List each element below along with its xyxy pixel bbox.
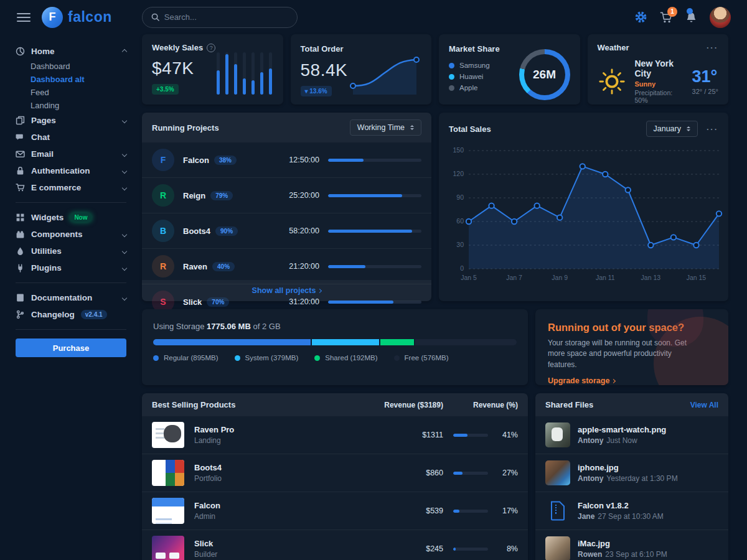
total-order-sparkline [347,51,423,96]
show-all-projects-link[interactable]: Show all projects [142,280,431,301]
product-name: Raven Pro [194,425,234,434]
project-row[interactable]: R Reign 79% 25:20:00 [142,178,431,213]
product-name: Falcon [194,501,220,510]
project-pct-badge: 40% [212,262,235,271]
running-projects-card: Running Projects Working Time F Falcon 3… [142,113,431,301]
project-name: Falcon [183,156,209,165]
sidebar-item-label: Documentation [31,293,92,302]
month-select[interactable]: January [646,121,698,137]
file-user: Antony [578,474,603,483]
product-row[interactable]: FalconAdmin $539 17% [142,492,528,530]
sidebar-item-label: E commerce [31,183,81,192]
sidebar-item-pages[interactable]: Pages [16,112,126,129]
book-icon [16,293,25,302]
link-label: Upgrade storage [548,376,609,385]
sidebar-item-chat[interactable]: Chat [16,129,126,146]
brand-logo[interactable]: F falcon [42,7,112,28]
file-time: 23 Sep at 6:10 PM [605,550,667,559]
file-name: iMac.jpg [578,539,667,548]
chevron-up-icon [122,49,127,54]
file-user: Rowen [578,550,602,559]
sidebar-item-plugins[interactable]: Plugins [16,259,126,276]
best-selling-card: Best Selling Products Revenue ($3189) Re… [142,393,528,560]
falcon-logo-icon: F [42,7,63,28]
sidebar-item-label: Email [31,149,54,159]
storage-usage-text: Using Storage 1775.06 MB of 2 GB [153,322,517,331]
working-time-select[interactable]: Working Time [350,119,421,136]
sidebar-item-utilities[interactable]: Utilities [16,243,126,259]
cart-icon[interactable]: 1 [660,11,673,24]
search-box[interactable] [142,7,298,28]
total-order-badge: ▾ 13.6% [301,86,332,96]
total-sales-card: Total Sales January 0306090120150Jan 5Ja… [439,113,728,301]
svg-text:Jan 9: Jan 9 [552,274,568,281]
search-input[interactable] [164,12,276,22]
project-avatar: F [152,149,174,171]
sidebar-item-feed[interactable]: Feed [16,86,126,99]
sidebar-item-ecommerce[interactable]: E commerce [16,179,126,196]
sidebar-item-landing[interactable]: Landing [16,99,126,112]
topbar-actions: 1 [634,7,731,28]
svg-text:150: 150 [453,146,464,154]
upgrade-storage-link[interactable]: Upgrade storage [548,376,615,385]
shared-file-row[interactable]: iMac.jpg Rowen23 Sep at 6:10 PM [535,530,728,560]
sidebar-item-widgets[interactable]: Widgets Now [16,209,126,226]
chevron-down-icon [122,231,127,236]
storage-prefix: Using Storage [153,322,204,331]
sidebar-item-label: Authentication [31,166,90,175]
view-all-link[interactable]: View All [690,401,718,409]
bell-icon[interactable] [685,11,697,24]
sidebar-item-authentication[interactable]: Authentication [16,162,126,179]
info-icon[interactable] [207,44,215,52]
product-name: Slick [194,539,217,548]
product-row[interactable]: SlickBuilder $245 8% [142,530,528,560]
ellipsis-menu-icon[interactable] [707,43,718,52]
product-progress-bar [453,434,488,437]
file-time: Yesterday at 1:30 PM [606,474,677,483]
product-progress-bar [453,548,488,551]
zip-file-icon [545,498,570,523]
sidebar-item-dashboard[interactable]: Dashboard [16,60,126,73]
ellipsis-menu-icon[interactable] [707,124,718,134]
sidebar-item-components[interactable]: Components [16,226,126,243]
purchase-button[interactable]: Purchase [16,338,126,357]
sidebar-item-documentation[interactable]: Documentation [16,289,126,306]
project-row[interactable]: B Boots4 90% 58:20:00 [142,213,431,249]
project-row[interactable]: R Raven 40% 21:20:00 [142,249,431,284]
sidebar-item-dashboard-alt[interactable]: Dashboard alt [16,73,126,86]
weekly-sales-badge: +3.5% [152,84,179,95]
product-pct: 27% [498,469,518,477]
card-title: Weekly Sales [152,43,203,52]
project-name: Boots4 [183,226,210,236]
sort-arrows-icon [687,126,690,131]
sidebar-divider [16,329,126,330]
brand-name: falcon [68,9,112,26]
weekly-sales-bar-chart [217,52,272,95]
sidebar-item-home[interactable]: Home [16,43,126,60]
hamburger-icon[interactable] [17,13,31,22]
project-progress-bar [328,159,421,162]
sidebar-item-changelog[interactable]: Changelog v2.4.1 [16,306,126,323]
sidebar-item-email[interactable]: Email [16,146,126,162]
product-row[interactable]: Raven ProLanding $1311 41% [142,416,528,454]
product-pct: 17% [498,506,518,515]
svg-text:Jan 15: Jan 15 [687,274,707,281]
topbar: F falcon 1 [0,0,747,34]
svg-text:Jan 13: Jan 13 [641,274,661,281]
settings-gear-icon[interactable] [634,11,647,24]
product-row[interactable]: Boots4Portfolio $860 27% [142,454,528,492]
pages-icon [16,116,25,125]
storage-legend-item: System (379MB) [235,354,299,362]
svg-text:30: 30 [456,241,464,248]
shared-file-row[interactable]: Falcon v1.8.2 Jane27 Sep at 10:30 AM [535,492,728,530]
shared-file-row[interactable]: iphone.jpg AntonyYesterday at 1:30 PM [535,454,728,492]
storage-suffix: of 2 GB [253,322,280,331]
sort-arrows-icon [410,125,414,130]
weather-card: Weather New York City Sunny Precipi [588,34,729,105]
chevron-down-icon [122,248,127,253]
shared-file-row[interactable]: apple-smart-watch.png AntonyJust Now [535,416,728,454]
user-avatar[interactable] [710,7,731,28]
project-row[interactable]: F Falcon 38% 12:50:00 [142,142,431,178]
market-share-total: 26M [524,54,565,95]
product-category: Builder [194,550,217,559]
